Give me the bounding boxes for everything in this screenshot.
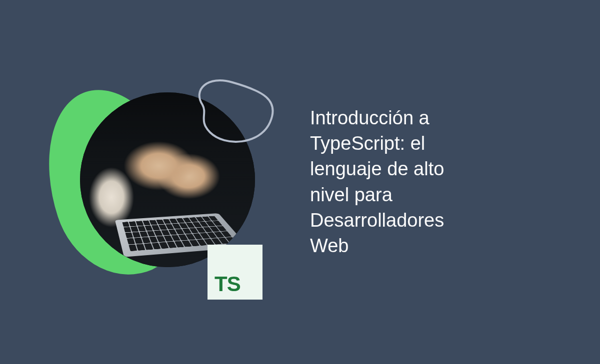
hero-graphic: TS [50, 72, 270, 292]
hero-title: Introducción a TypeScript: el lenguaje d… [310, 105, 475, 259]
hero-container: TS Introducción a TypeScript: el lenguaj… [0, 72, 600, 292]
typescript-badge: TS [208, 245, 262, 300]
typescript-badge-label: TS [214, 274, 240, 295]
squiggle-line-icon [182, 70, 282, 160]
